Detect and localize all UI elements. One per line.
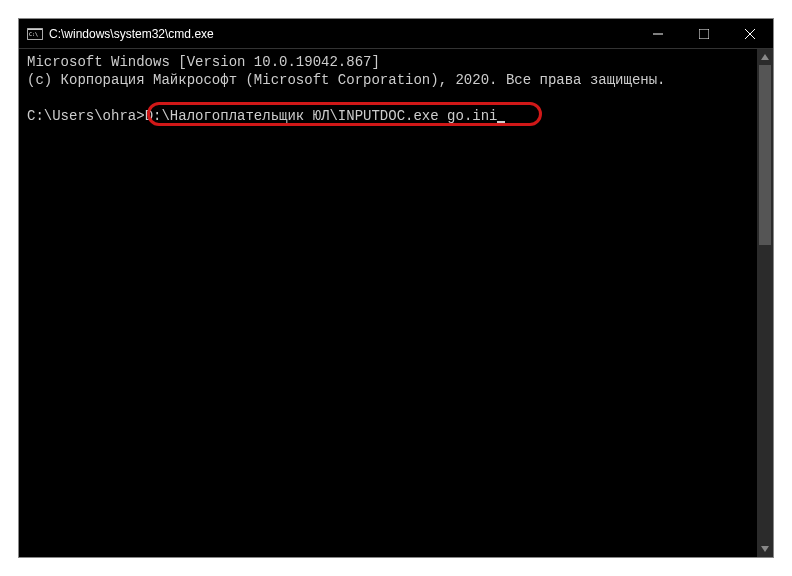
svg-text:C:\: C:\ — [29, 31, 38, 37]
command-input[interactable]: D:\Налогоплательщик ЮЛ\INPUTDOC.exe go.i… — [145, 108, 498, 124]
copyright-line: (c) Корпорация Майкрософт (Microsoft Cor… — [27, 71, 765, 89]
terminal-output[interactable]: Microsoft Windows [Version 10.0.19042.86… — [19, 49, 773, 557]
window-controls — [635, 19, 773, 48]
cursor — [497, 121, 505, 124]
window-title: C:\windows\system32\cmd.exe — [49, 27, 635, 41]
scroll-down-button[interactable] — [757, 541, 773, 557]
scroll-up-button[interactable] — [757, 49, 773, 65]
prompt-separator: > — [136, 108, 144, 124]
vertical-scrollbar[interactable] — [757, 49, 773, 557]
cmd-icon: C:\ — [27, 26, 43, 42]
svg-rect-4 — [699, 29, 709, 39]
cmd-window: C:\ C:\windows\system32\cmd.exe Microsof… — [19, 19, 773, 557]
prompt-path: C:\Users\ohra — [27, 108, 136, 124]
close-button[interactable] — [727, 19, 773, 49]
maximize-button[interactable] — [681, 19, 727, 49]
svg-marker-7 — [761, 54, 769, 60]
scrollbar-thumb[interactable] — [759, 65, 771, 245]
minimize-button[interactable] — [635, 19, 681, 49]
prompt-line: C:\Users\ohra>D:\Налогоплательщик ЮЛ\INP… — [27, 107, 765, 125]
titlebar[interactable]: C:\ C:\windows\system32\cmd.exe — [19, 19, 773, 49]
svg-marker-8 — [761, 546, 769, 552]
version-line: Microsoft Windows [Version 10.0.19042.86… — [27, 53, 765, 71]
